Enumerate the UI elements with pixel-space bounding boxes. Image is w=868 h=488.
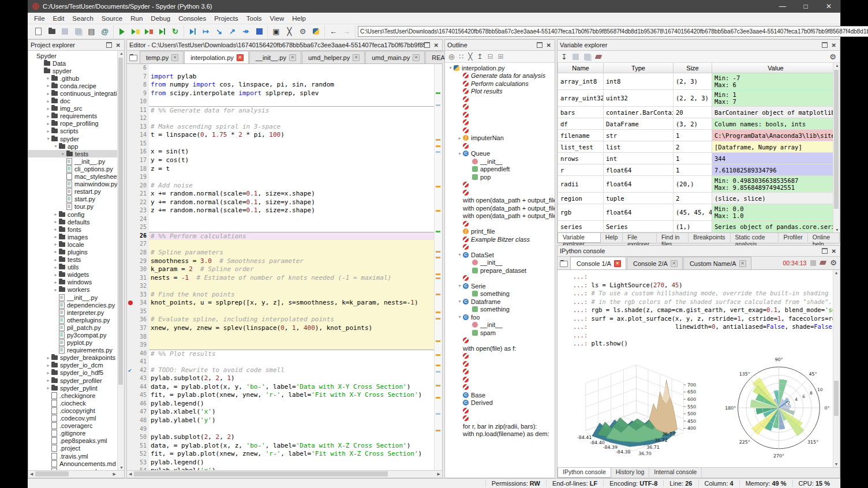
options-gear-icon[interactable]: ⚙ [830, 258, 837, 267]
outline-item[interactable]: ▾CDataSet [445, 251, 555, 259]
code-editor[interactable]: 67import pylab8from numpy import cos, li… [127, 64, 442, 470]
line-gutter[interactable]: 8 [127, 81, 149, 89]
tree-item[interactable]: .project [28, 445, 124, 452]
tab-close-icon[interactable]: ✕ [671, 260, 678, 267]
scroll-flag[interactable] [436, 151, 440, 153]
line-gutter[interactable]: 19 [127, 173, 149, 182]
tab-close-icon[interactable]: ✕ [171, 54, 178, 61]
tree-item[interactable]: py3compat.py [28, 331, 124, 339]
line-gutter[interactable]: 21 [127, 190, 149, 198]
code-line[interactable]: 17y = cos(t) [127, 156, 442, 165]
line-gutter[interactable]: 24 [127, 215, 149, 224]
tree-item[interactable]: .gitignore [28, 430, 124, 437]
scroll-flag[interactable] [436, 251, 440, 253]
pane-tab-file-explorer[interactable]: File explorer [623, 233, 657, 242]
run-button[interactable] [115, 25, 129, 38]
variable-row[interactable]: nrowsint1344 [558, 153, 840, 164]
console-bottom-tab-ipython-console[interactable]: IPython console [558, 468, 611, 478]
line-gutter[interactable]: 6 [127, 64, 149, 73]
scroll-flag[interactable] [436, 311, 440, 313]
line-gutter[interactable]: 7 [127, 73, 149, 81]
close-pane-icon[interactable]: ✕ [434, 42, 439, 48]
undock-icon[interactable] [537, 42, 542, 48]
scroll-flag[interactable] [436, 273, 440, 275]
code-line[interactable]: 38 [127, 333, 442, 341]
menu-view[interactable]: View [266, 14, 289, 23]
column-header-size[interactable]: Size [674, 63, 712, 73]
menu-source[interactable]: Source [98, 14, 126, 23]
line-gutter[interactable]: 20 [127, 182, 149, 190]
code-line[interactable]: 47pylab.xlabel('x') [127, 408, 442, 416]
working-directory-value[interactable]: C:\Users\TestUser\Downloads\16740156420f… [358, 26, 868, 37]
console-tab-Console-2-A[interactable]: Console 2/A✕ [627, 257, 683, 269]
outline-item[interactable] [445, 243, 555, 251]
outline-item[interactable] [445, 103, 555, 111]
outline-item[interactable] [445, 337, 555, 345]
console-bottom-tab-history-log[interactable]: History log [611, 468, 650, 477]
preferences-button[interactable]: ⚙ [296, 25, 309, 38]
outline-item[interactable]: ▸fimputerNan [445, 134, 555, 142]
outline-item[interactable]: fprint_file [445, 228, 555, 236]
tree-item[interactable]: ▸spyder_breakpoints [28, 354, 124, 362]
close-button[interactable]: ✕ [817, 0, 840, 13]
undock-icon[interactable] [822, 248, 828, 254]
editor-scrollflags[interactable] [434, 64, 442, 470]
menu-file[interactable]: File [30, 14, 49, 23]
code-line[interactable]: 41 [127, 358, 442, 366]
variable-row[interactable]: radiifloat64(20,)Min: 0.4983036638535687… [558, 176, 840, 193]
save-data-as-icon[interactable] [584, 54, 590, 60]
outline-item[interactable]: ▾CDataframe [445, 298, 555, 306]
console-tab-Console-1-A[interactable]: Console 1/A✕ [570, 257, 626, 269]
menu-run[interactable]: Run [126, 14, 147, 23]
code-line[interactable]: 50pylab.subplot(2, 2, 2) [127, 433, 442, 442]
column-header-value[interactable]: Value [712, 63, 840, 73]
tree-item[interactable]: dependencies.py [28, 301, 124, 309]
stop-button[interactable] [252, 25, 265, 38]
line-gutter[interactable]: 52 [127, 450, 149, 459]
outline-item[interactable]: CDerived [445, 399, 555, 407]
tree-item[interactable]: pyplot.py [28, 339, 124, 347]
editor-tab-__init__-py[interactable]: __init__.py✕ [249, 51, 301, 63]
line-gutter[interactable]: 31 [127, 274, 149, 283]
tree-item[interactable]: .checkignore [28, 392, 124, 399]
code-line[interactable]: 26# %% Perform calculations [127, 232, 442, 241]
code-line[interactable]: 43pylab.subplot(2, 2, 1) [127, 374, 442, 383]
tree-item[interactable]: ▸config [28, 211, 124, 218]
variable-row[interactable]: filenamestr1C:\ProgramData\Anaconda3\lib… [558, 130, 840, 141]
undock-icon[interactable] [424, 42, 430, 48]
variable-row[interactable]: array_uint32uint32(2, 2, 3)Min: 1Max: 7 [558, 90, 840, 107]
tab-close-icon[interactable]: ✕ [289, 54, 296, 61]
line-gutter[interactable]: 34 [127, 299, 149, 307]
tree-item[interactable]: cli_options.py [28, 165, 124, 172]
tree-item[interactable]: ▸spyder_profiler [28, 377, 124, 384]
save-button[interactable] [58, 25, 72, 38]
line-gutter[interactable]: 47 [127, 408, 149, 416]
line-gutter[interactable]: 15 [127, 140, 149, 148]
pane-tab-static-code-analysis[interactable]: Static code analysis [731, 233, 779, 242]
tree-item[interactable]: Spyder [28, 52, 124, 59]
save-all-button[interactable] [72, 25, 85, 38]
code-line[interactable]: 45fit, = pylab.plot(xnew, ynew, 'r-', la… [127, 391, 442, 400]
line-gutter[interactable]: 25 [127, 223, 149, 232]
code-line[interactable]: 37xnew, ynew, znew = splev(linspace(0, 1… [127, 324, 442, 333]
line-gutter[interactable]: 51 [127, 442, 149, 451]
code-line[interactable]: 29smoothness = 3.0 # Smoothness paramete… [127, 257, 442, 266]
line-gutter[interactable]: 35 [127, 307, 149, 316]
rerun-cell-button[interactable]: ↻ [169, 25, 182, 38]
tree-item[interactable]: spyder [28, 67, 124, 74]
outline-item[interactable] [445, 142, 555, 150]
code-line[interactable]: 44data, = pylab.plot(x, y, 'bo-', label=… [127, 383, 442, 392]
outline-item[interactable] [445, 220, 555, 228]
editor-tab-temp-py[interactable]: temp.py✕ [140, 51, 184, 63]
step-in-button[interactable]: ↘ [212, 25, 226, 38]
code-line[interactable]: 34knot_points, u = splprep([x, y, z], s=… [127, 299, 442, 307]
line-gutter[interactable]: 46 [127, 400, 149, 408]
code-line[interactable]: 12 [127, 114, 442, 123]
code-line[interactable]: 30k_param = 2 # Spline order [127, 265, 442, 274]
tree-item[interactable]: __init__.py [28, 157, 124, 165]
tab-close-icon[interactable]: ✕ [413, 54, 420, 61]
tab-close-icon[interactable]: ✕ [614, 260, 621, 267]
variable-row[interactable]: dfDataFrame(3, 2)Column names: bools, in… [558, 118, 840, 130]
scroll-flag[interactable] [436, 145, 440, 147]
outline-item[interactable]: ▾interpolation.py [445, 64, 555, 72]
